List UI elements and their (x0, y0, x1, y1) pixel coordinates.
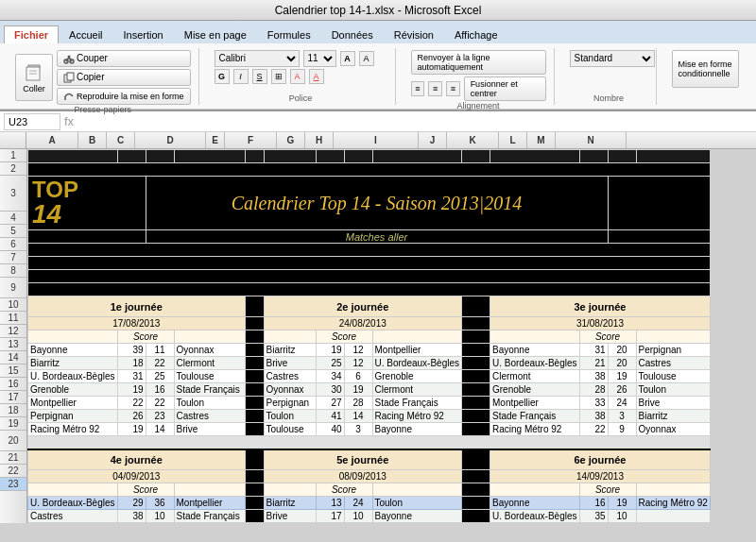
col-a[interactable]: A (26, 132, 78, 148)
row-5[interactable]: 5 (0, 225, 26, 238)
row-18[interactable]: 18 (0, 404, 26, 417)
font-size-select[interactable]: 11 (303, 50, 336, 67)
number-format-select[interactable]: Standard (570, 50, 655, 67)
tab-fichier[interactable]: Fichier (4, 25, 59, 43)
cell-h1[interactable] (344, 150, 372, 163)
col-j[interactable]: J (419, 132, 447, 148)
row-15[interactable]: 15 (0, 364, 26, 378)
row-23[interactable]: 23 (0, 478, 26, 491)
col-n[interactable]: N (556, 132, 627, 148)
col-d[interactable]: D (135, 132, 206, 148)
cell-logo[interactable]: TOP 14 (28, 177, 146, 230)
cell-j3m1-sa[interactable]: 20 (608, 344, 636, 357)
cell-j4m1-home[interactable]: U. Bordeaux-Bègles (28, 497, 118, 510)
row-13[interactable]: 13 (0, 338, 26, 351)
conditional-format-button[interactable]: Mise en formeconditionnelle (672, 50, 739, 88)
cell-j1m1-sa[interactable]: 11 (146, 344, 174, 357)
cell-e1[interactable] (245, 150, 264, 163)
row-10[interactable]: 10 (0, 298, 26, 312)
couper-button[interactable]: Couper (57, 50, 191, 67)
font-color-button[interactable]: A (309, 69, 324, 84)
cell-j1m1-sh[interactable]: 39 (117, 344, 146, 357)
row-16[interactable]: 16 (0, 378, 26, 391)
cell-n1[interactable] (636, 150, 710, 163)
fill-color-button[interactable]: A (290, 69, 305, 84)
tab-donnees[interactable]: Données (321, 25, 384, 43)
row-19[interactable]: 19 (0, 417, 26, 431)
col-g[interactable]: G (277, 132, 305, 148)
tab-affichage[interactable]: Affichage (444, 25, 508, 43)
font-grow-button[interactable]: A (340, 51, 355, 66)
row-22[interactable]: 22 (0, 465, 26, 478)
cell-reference[interactable] (4, 113, 60, 130)
reproduire-button[interactable]: Reproduire la mise en forme (57, 88, 191, 105)
cell-j2m1-sh[interactable]: 19 (316, 344, 344, 357)
cell-a1[interactable] (28, 150, 118, 163)
cell-r4n[interactable] (608, 230, 710, 244)
merge-center-button[interactable]: Fusionner et centrer (464, 76, 546, 101)
cell-m1[interactable] (608, 150, 636, 163)
cell-c1[interactable] (146, 150, 174, 163)
cell-j3m1-sh[interactable]: 31 (579, 344, 608, 357)
row-2[interactable]: 2 (0, 162, 26, 176)
cell-j1m1-home[interactable]: Bayonne (28, 344, 118, 357)
cell-j1[interactable] (462, 150, 490, 163)
row-17[interactable]: 17 (0, 391, 26, 404)
col-e[interactable]: E (206, 132, 225, 148)
cell-row7[interactable] (28, 270, 711, 283)
col-c[interactable]: C (107, 132, 135, 148)
col-k[interactable]: K (447, 132, 499, 148)
tab-mise-en-page[interactable]: Mise en page (174, 25, 257, 43)
row-11[interactable]: 11 (0, 312, 26, 325)
row-7[interactable]: 7 (0, 251, 26, 264)
row-12[interactable]: 12 (0, 325, 26, 338)
cell-f1[interactable] (264, 150, 316, 163)
tab-accueil[interactable]: Accueil (59, 25, 112, 43)
row-6[interactable]: 6 (0, 238, 26, 251)
cell-row3-end[interactable] (608, 177, 710, 230)
border-button[interactable]: ⊞ (271, 69, 286, 84)
bold-button[interactable]: G (215, 69, 230, 84)
cell-row5[interactable] (28, 244, 711, 257)
tab-insertion[interactable]: Insertion (113, 25, 174, 43)
cell-b1[interactable] (117, 150, 146, 163)
cell-j2m1-home[interactable]: Biarritz (264, 344, 316, 357)
row-3[interactable]: 3 (0, 176, 26, 212)
cell-j6m1-away[interactable]: Racing Métro 92 (636, 497, 710, 510)
align-center-button[interactable]: ≡ (428, 81, 442, 96)
row-14[interactable]: 14 (0, 351, 26, 364)
col-m[interactable]: M (527, 132, 556, 148)
row-8[interactable]: 8 (0, 264, 26, 278)
cell-d1[interactable] (174, 150, 245, 163)
cell-j1m1-away[interactable]: Oyonnax (174, 344, 245, 357)
coller-button[interactable]: Coller (15, 54, 53, 101)
cell-l1[interactable] (579, 150, 608, 163)
wrap-text-button[interactable]: Renvoyer à la ligne automatiquement (411, 50, 546, 75)
cell-j6m1-home[interactable]: Bayonne (490, 497, 580, 510)
cell-j3m1-home[interactable]: Bayonne (490, 344, 580, 357)
underline-button[interactable]: S (252, 69, 267, 84)
col-b[interactable]: B (78, 132, 107, 148)
align-right-button[interactable]: ≡ (446, 81, 460, 96)
cell-g1[interactable] (316, 150, 344, 163)
cell-row2[interactable] (28, 163, 711, 177)
font-shrink-button[interactable]: A (359, 51, 374, 66)
cell-j1m2-home[interactable]: Biarritz (28, 357, 118, 370)
tab-formules[interactable]: Formules (257, 25, 321, 43)
col-i[interactable]: I (334, 132, 419, 148)
align-left-button[interactable]: ≡ (411, 81, 425, 96)
cell-i1[interactable] (372, 150, 462, 163)
row-21[interactable]: 21 (0, 451, 26, 465)
row-20[interactable]: 20 (0, 431, 26, 451)
font-family-select[interactable]: Calibri (215, 50, 300, 67)
cell-row8[interactable] (28, 283, 711, 296)
cell-j2m1-away[interactable]: Montpellier (372, 344, 462, 357)
tab-revision[interactable]: Révision (384, 25, 444, 43)
col-f[interactable]: F (225, 132, 277, 148)
col-l[interactable]: L (499, 132, 527, 148)
formula-input[interactable] (77, 116, 752, 127)
copier-button[interactable]: Copier (57, 69, 191, 86)
col-h[interactable]: H (305, 132, 334, 148)
row-9[interactable]: 9 (0, 278, 26, 298)
cell-row6[interactable] (28, 257, 711, 270)
